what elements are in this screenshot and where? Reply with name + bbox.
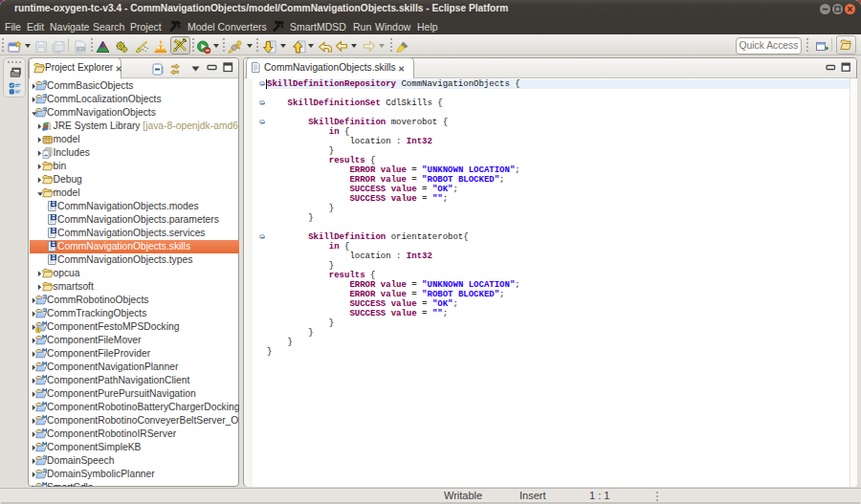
svg-text:010: 010 — [77, 46, 86, 52]
